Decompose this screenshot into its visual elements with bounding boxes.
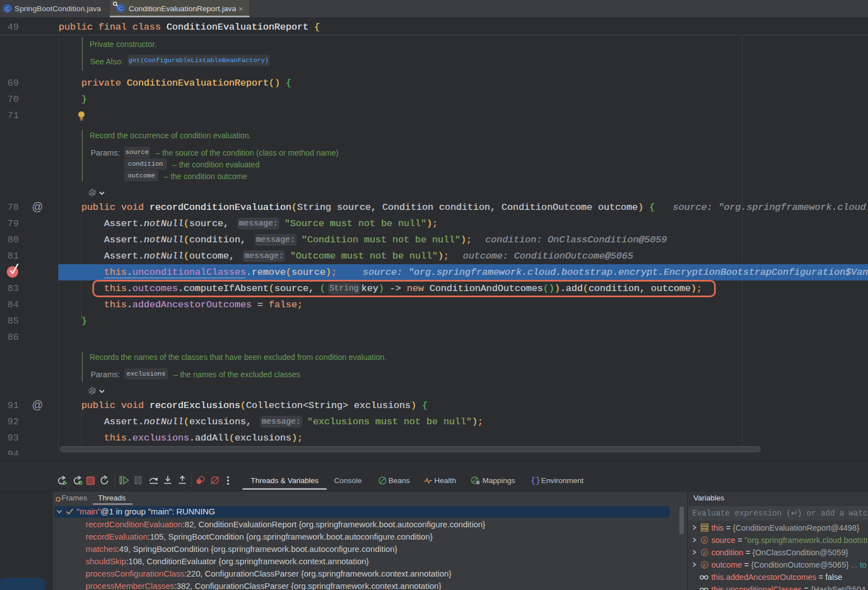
svg-text:C: C: [119, 5, 123, 11]
svg-text:p: p: [703, 537, 706, 543]
svg-text:p: p: [703, 550, 706, 555]
svg-text:C: C: [6, 6, 10, 12]
svg-text:p: p: [703, 562, 706, 568]
